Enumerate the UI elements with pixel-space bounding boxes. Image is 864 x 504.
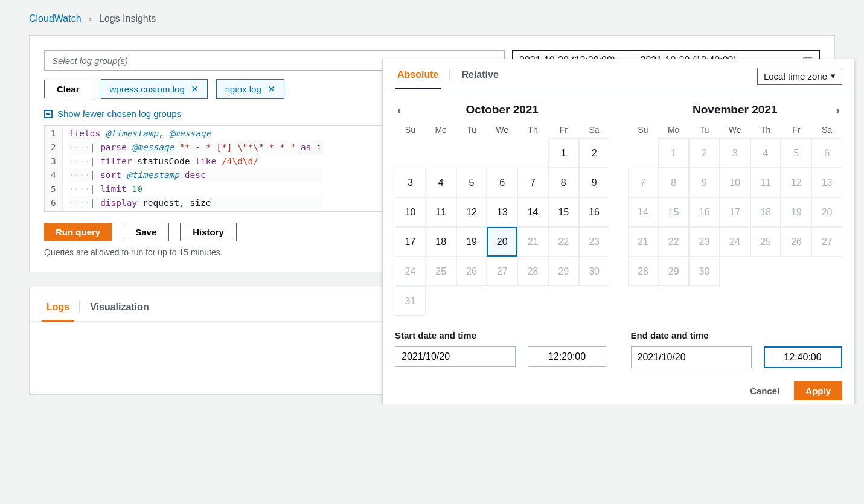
log-group-chip: wpress.custom.log ✕: [101, 79, 208, 99]
calendar-day[interactable]: 17: [720, 197, 750, 227]
calendar-day[interactable]: 30: [579, 257, 610, 286]
calendar-day[interactable]: 24: [720, 227, 750, 257]
calendar-day[interactable]: 28: [517, 257, 548, 286]
date-picker-popover: Absolute Relative Local time zone ▾ ‹ Oc…: [382, 59, 855, 404]
next-month-button[interactable]: ›: [836, 103, 840, 117]
calendar-grid: 1234567891011121314151617181920212223242…: [628, 138, 843, 286]
calendar-day[interactable]: 9: [579, 168, 610, 197]
calendar-day[interactable]: 19: [456, 227, 487, 257]
calendar-day[interactable]: 21: [628, 227, 659, 257]
calendar-day[interactable]: 15: [548, 197, 579, 227]
calendar-day[interactable]: 18: [750, 197, 781, 227]
line-gutter: 123456: [45, 126, 63, 211]
calendar-day[interactable]: 6: [811, 138, 842, 168]
calendar-day[interactable]: 5: [456, 168, 487, 197]
calendar-day[interactable]: 25: [750, 227, 781, 257]
calendar-day[interactable]: 12: [781, 168, 811, 197]
calendar-day[interactable]: 29: [548, 257, 579, 286]
chip-label: nginx.log: [225, 84, 261, 94]
prev-month-button[interactable]: ‹: [397, 103, 402, 117]
calendar-day[interactable]: 23: [689, 227, 720, 257]
calendar-day[interactable]: 18: [426, 227, 456, 257]
end-time-input[interactable]: [764, 346, 842, 368]
log-group-placeholder: Select log group(s): [52, 56, 128, 66]
calendar-day[interactable]: 14: [517, 197, 548, 227]
calendar-day[interactable]: 2: [579, 138, 610, 168]
calendar-left: ‹ October 2021 SuMoTuWeThFrSa 1234567891…: [395, 103, 610, 316]
calendar-day[interactable]: 1: [548, 138, 579, 168]
calendar-day[interactable]: 26: [781, 227, 811, 257]
clear-button[interactable]: Clear: [44, 80, 92, 98]
calendar-day[interactable]: 22: [658, 227, 689, 257]
calendar-day[interactable]: 15: [658, 197, 689, 227]
calendar-day[interactable]: 30: [689, 257, 720, 286]
month-title: November 2021: [693, 103, 777, 116]
calendar-day[interactable]: 13: [487, 197, 517, 227]
breadcrumb: CloudWatch › Logs Insights: [14, 10, 850, 35]
dow-header: SuMoTuWeThFrSa: [395, 125, 610, 135]
calendar-day[interactable]: 4: [750, 138, 781, 168]
calendar-day[interactable]: 9: [689, 168, 720, 197]
calendar-day[interactable]: 10: [395, 197, 426, 227]
calendar-day[interactable]: 10: [720, 168, 750, 197]
apply-button[interactable]: Apply: [794, 381, 842, 400]
start-time-input[interactable]: [528, 346, 606, 367]
calendar-day[interactable]: 24: [395, 257, 426, 286]
calendar-day[interactable]: 16: [579, 197, 610, 227]
calendar-day[interactable]: 23: [579, 227, 610, 257]
calendar-day[interactable]: 19: [781, 197, 811, 227]
calendar-day[interactable]: 8: [548, 168, 579, 197]
calendar-day[interactable]: 7: [517, 168, 548, 197]
calendar-day[interactable]: 26: [456, 257, 487, 286]
calendar-day[interactable]: 14: [628, 197, 659, 227]
calendar-day[interactable]: 17: [395, 227, 426, 257]
end-date-input[interactable]: [631, 346, 752, 368]
cancel-button[interactable]: Cancel: [750, 386, 779, 396]
calendar-day[interactable]: 5: [781, 138, 811, 168]
calendar-day[interactable]: 3: [395, 168, 426, 197]
calendar-day[interactable]: 8: [658, 168, 689, 197]
calendar-day[interactable]: 2: [689, 138, 720, 168]
timezone-label: Local time zone: [764, 71, 827, 81]
calendar-day[interactable]: 22: [548, 227, 579, 257]
calendar-day[interactable]: 12: [456, 197, 487, 227]
calendar-day[interactable]: 11: [750, 168, 781, 197]
calendar-day[interactable]: 28: [628, 257, 659, 286]
calendar-day[interactable]: 20: [811, 197, 842, 227]
chevron-right-icon: ›: [89, 13, 92, 24]
timezone-select[interactable]: Local time zone ▾: [757, 68, 842, 85]
caret-down-icon: ▾: [831, 71, 836, 81]
end-label: End date and time: [631, 330, 843, 340]
calendar-day[interactable]: 27: [811, 227, 842, 257]
breadcrumb-current: Logs Insights: [99, 13, 156, 24]
start-date-input[interactable]: [395, 346, 516, 367]
calendar-day[interactable]: 11: [426, 197, 456, 227]
tab-relative[interactable]: Relative: [459, 69, 501, 89]
calendar-day[interactable]: 27: [487, 257, 517, 286]
code-area[interactable]: fields @timestamp, @message····| parse @…: [63, 126, 328, 211]
breadcrumb-root[interactable]: CloudWatch: [29, 13, 82, 24]
chip-label: wpress.custom.log: [110, 84, 185, 94]
close-icon[interactable]: ✕: [267, 83, 275, 95]
run-query-button[interactable]: Run query: [44, 223, 112, 241]
close-icon[interactable]: ✕: [191, 83, 199, 95]
calendar-day[interactable]: 7: [628, 168, 659, 197]
calendar-day[interactable]: 31: [395, 286, 426, 316]
history-button[interactable]: History: [180, 223, 237, 241]
tab-visualization[interactable]: Visualization: [89, 298, 150, 321]
calendar-day[interactable]: 4: [426, 168, 456, 197]
calendar-grid: 1234567891011121314151617181920212223242…: [395, 138, 610, 316]
tab-logs[interactable]: Logs: [45, 298, 71, 321]
calendar-day[interactable]: 29: [658, 257, 689, 286]
save-button[interactable]: Save: [123, 223, 169, 241]
calendar-day[interactable]: 16: [689, 197, 720, 227]
toggle-label: Show fewer chosen log groups: [57, 109, 181, 119]
calendar-day[interactable]: 1: [658, 138, 689, 168]
calendar-day[interactable]: 13: [811, 168, 842, 197]
calendar-day[interactable]: 20: [487, 227, 517, 257]
calendar-day[interactable]: 6: [487, 168, 517, 197]
calendar-day[interactable]: 3: [720, 138, 750, 168]
tab-absolute[interactable]: Absolute: [395, 69, 441, 89]
calendar-day[interactable]: 25: [426, 257, 456, 286]
calendar-day[interactable]: 21: [517, 227, 548, 257]
